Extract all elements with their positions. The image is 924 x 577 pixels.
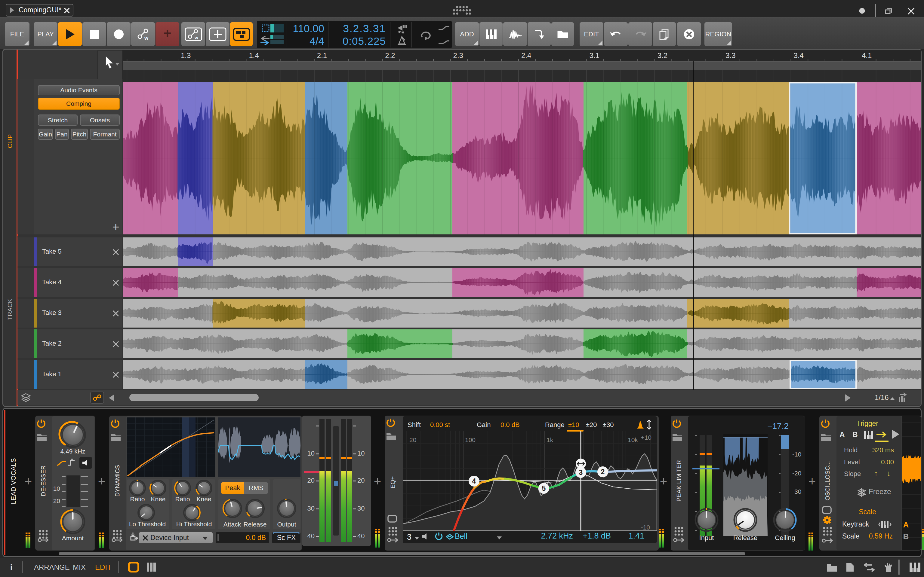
svg-text:-10: -10: [641, 524, 650, 531]
svg-text:20: 20: [409, 436, 416, 443]
svg-text:100: 100: [465, 436, 475, 443]
svg-text:5: 5: [542, 484, 546, 492]
svg-text:2: 2: [601, 468, 605, 476]
svg-text:4: 4: [472, 477, 476, 485]
svg-text:10k: 10k: [628, 436, 638, 443]
svg-text:+10: +10: [641, 434, 651, 441]
svg-text:1k: 1k: [546, 436, 553, 443]
svg-text:3: 3: [579, 469, 583, 476]
